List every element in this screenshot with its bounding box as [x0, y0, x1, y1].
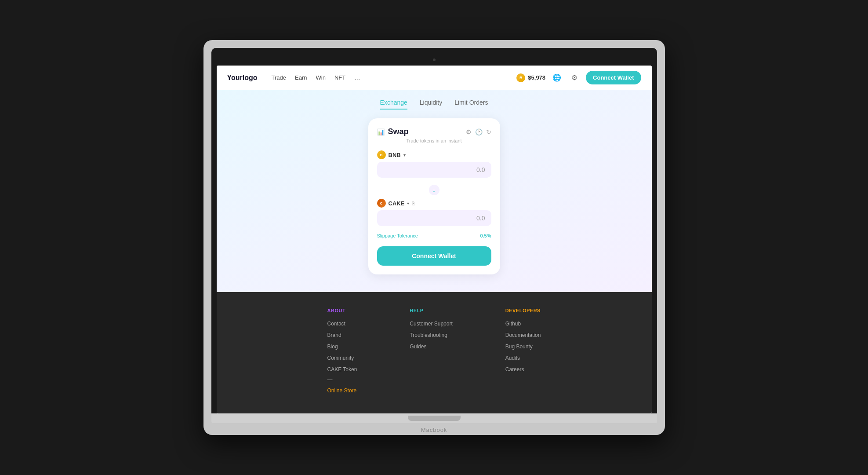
footer-cake-token[interactable]: CAKE Token [327, 366, 357, 373]
nav-earn[interactable]: Earn [295, 74, 307, 81]
tab-limit-orders[interactable]: Limit Orders [454, 99, 488, 110]
connect-wallet-main-button[interactable]: Connect Wallet [377, 246, 491, 266]
footer: ABOUT Contact Brand Blog Community CAKE … [217, 292, 652, 413]
footer-help-heading: HELP [410, 308, 452, 313]
footer-careers[interactable]: Careers [505, 366, 524, 373]
cake-token-icon: C [377, 199, 386, 208]
card-refresh-icon[interactable]: ↻ [486, 128, 491, 135]
footer-developers: DEVELOPERS Github Documentation Bug Boun… [505, 308, 541, 398]
slippage-row: Slippage Tolerance 0.5% [377, 230, 491, 242]
card-settings-icon[interactable]: ⚙ [466, 128, 472, 135]
footer-brand[interactable]: Brand [327, 332, 341, 338]
to-token-arrow: ▾ [407, 201, 409, 206]
from-token-name: BNB [389, 152, 401, 158]
to-token-section: C CAKE ▾ ⎘ [377, 199, 491, 226]
footer-contact[interactable]: Contact [327, 321, 345, 327]
footer-guides[interactable]: Guides [410, 343, 426, 350]
footer-online-store[interactable]: Online Store [327, 387, 357, 394]
header-right: B $5,978 🌐 ⚙ Connect Wallet [516, 71, 641, 84]
footer-github[interactable]: Github [505, 321, 521, 327]
to-token-selector[interactable]: C CAKE ▾ ⎘ [377, 199, 491, 208]
laptop-notch [408, 416, 461, 421]
swap-arrow-container: ↓ [377, 181, 491, 199]
swap-direction-button[interactable]: ↓ [428, 184, 440, 196]
slippage-label: Slippage Tolerance [377, 233, 418, 238]
main-content: Exchange Liquidity Limit Orders 📊 Swap [217, 90, 652, 292]
nav-more[interactable]: ... [354, 74, 360, 82]
nav-win[interactable]: Win [316, 74, 325, 81]
footer-community[interactable]: Community [327, 355, 354, 361]
footer-about: ABOUT Contact Brand Blog Community CAKE … [327, 308, 357, 398]
footer-documentation[interactable]: Documentation [505, 332, 541, 338]
bnb-token-icon: B [377, 150, 386, 159]
card-header-left: 📊 Swap [377, 127, 409, 136]
copy-address-icon[interactable]: ⎘ [412, 201, 415, 206]
settings-icon[interactable]: ⚙ [568, 72, 581, 84]
tab-liquidity[interactable]: Liquidity [420, 99, 442, 110]
card-title: Swap [388, 127, 409, 136]
to-token-name: CAKE [389, 200, 405, 207]
to-token-input[interactable] [377, 210, 491, 226]
footer-developers-heading: DEVELOPERS [505, 308, 541, 313]
footer-about-heading: ABOUT [327, 308, 357, 313]
from-token-selector[interactable]: B BNB ▾ [377, 150, 491, 159]
chart-icon[interactable]: 📊 [377, 128, 385, 135]
tab-exchange[interactable]: Exchange [380, 99, 407, 110]
nav-nft[interactable]: NFT [334, 74, 345, 81]
laptop-base [211, 413, 657, 423]
footer-separator: — [327, 376, 357, 383]
connect-wallet-header-button[interactable]: Connect Wallet [586, 71, 641, 84]
logo: Yourlogo [227, 74, 258, 82]
header: Yourlogo Trade Earn Win NFT ... B $5,978 [217, 66, 652, 90]
card-subtitle: Trade tokens in an instant [377, 138, 491, 143]
footer-customer-support[interactable]: Customer Support [410, 321, 452, 327]
exchange-tabs: Exchange Liquidity Limit Orders [380, 99, 488, 110]
price-value: $5,978 [528, 74, 545, 81]
from-token-section: B BNB ▾ [377, 150, 491, 178]
from-token-arrow: ▾ [403, 153, 406, 157]
footer-help: HELP Customer Support Troubleshooting Gu… [410, 308, 452, 398]
card-header: 📊 Swap ⚙ 🕐 ↻ [377, 127, 491, 136]
main-nav: Trade Earn Win NFT ... [272, 74, 360, 82]
laptop-label: Macbook [211, 423, 657, 435]
footer-audits[interactable]: Audits [505, 355, 520, 361]
card-header-icons: ⚙ 🕐 ↻ [466, 128, 491, 135]
swap-card: 📊 Swap ⚙ 🕐 ↻ Trade tokens in an instant [368, 118, 500, 274]
footer-troubleshooting[interactable]: Troubleshooting [410, 332, 447, 338]
bnb-icon: B [516, 73, 525, 82]
price-badge: B $5,978 [516, 73, 545, 82]
header-left: Yourlogo Trade Earn Win NFT ... [227, 74, 360, 82]
footer-bug-bounty[interactable]: Bug Bounty [505, 343, 533, 350]
footer-blog[interactable]: Blog [327, 343, 338, 350]
slippage-value: 0.5% [480, 233, 491, 238]
nav-trade[interactable]: Trade [272, 74, 286, 81]
globe-icon[interactable]: 🌐 [551, 72, 563, 84]
card-history-icon[interactable]: 🕐 [475, 128, 483, 135]
from-token-input[interactable] [377, 162, 491, 178]
